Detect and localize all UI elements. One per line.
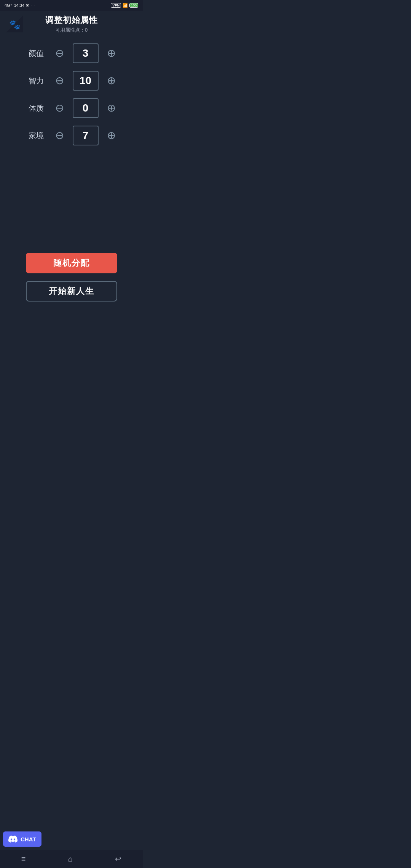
header: 🐾 调整初始属性 可用属性点：0	[0, 11, 143, 36]
attr-value-intelligence: 10	[73, 71, 99, 91]
attr-value-constitution: 0	[73, 98, 99, 118]
bottom-area: 随机分配 开始新人生	[0, 253, 143, 309]
points-label: 可用属性点：0	[23, 27, 120, 34]
attr-row-intelligence: 智力 ⊖ 10 ⊕	[9, 71, 134, 91]
svg-text:🐾: 🐾	[9, 19, 21, 30]
decrease-family-button[interactable]: ⊖	[52, 128, 67, 143]
start-new-life-button[interactable]: 开始新人生	[26, 281, 117, 302]
increase-constitution-button[interactable]: ⊕	[104, 101, 119, 116]
attr-row-constitution: 体质 ⊖ 0 ⊕	[9, 98, 134, 118]
wifi-icon: 📶	[123, 3, 128, 8]
increase-intelligence-button[interactable]: ⊕	[104, 73, 119, 88]
battery-badge: 100	[129, 3, 138, 8]
signal-icon: 4G⁺	[5, 3, 13, 8]
decrease-constitution-button[interactable]: ⊖	[52, 101, 67, 116]
attr-row-appearance: 颜值 ⊖ 3 ⊕	[9, 43, 134, 63]
status-time: 14:34	[14, 3, 25, 8]
main-content: 颜值 ⊖ 3 ⊕ 智力 ⊖ 10 ⊕ 体质 ⊖ 0 ⊕ 家境 ⊖ 7 ⊕	[0, 36, 143, 253]
status-right: VPN 📶 100	[111, 3, 138, 8]
vpn-badge: VPN	[111, 3, 121, 8]
attr-label-intelligence: 智力	[24, 76, 44, 86]
decrease-intelligence-button[interactable]: ⊖	[52, 73, 67, 88]
page-title: 调整初始属性	[23, 14, 120, 26]
attr-value-family: 7	[73, 126, 99, 145]
increase-appearance-button[interactable]: ⊕	[104, 46, 119, 61]
attr-label-constitution: 体质	[24, 103, 44, 113]
attr-label-appearance: 颜值	[24, 48, 44, 59]
mail-icon: ✉	[26, 3, 29, 8]
status-left: 4G⁺ 14:34 ✉ ⋯	[5, 3, 35, 8]
increase-family-button[interactable]: ⊕	[104, 128, 119, 143]
header-titles: 调整初始属性 可用属性点：0	[23, 14, 137, 34]
status-bar: 4G⁺ 14:34 ✉ ⋯ VPN 📶 100	[0, 0, 143, 11]
misc-icon: ⋯	[31, 3, 35, 8]
attr-label-family: 家境	[24, 131, 44, 141]
decrease-appearance-button[interactable]: ⊖	[52, 46, 67, 61]
attr-row-family: 家境 ⊖ 7 ⊕	[9, 126, 134, 145]
random-assign-button[interactable]: 随机分配	[26, 253, 117, 273]
attr-value-appearance: 3	[73, 43, 99, 63]
app-logo: 🐾	[6, 16, 23, 32]
